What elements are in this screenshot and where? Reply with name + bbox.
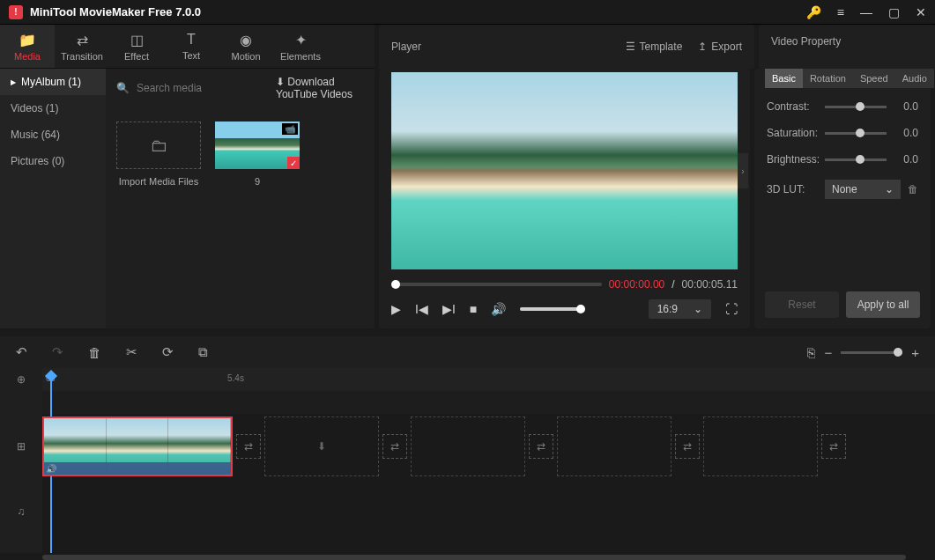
lut-select[interactable]: None⌄ — [825, 180, 901, 199]
undo-button[interactable]: ↶ — [16, 344, 27, 360]
import-label: Import Media Files — [119, 176, 198, 187]
maximize-button[interactable]: ▢ — [888, 5, 900, 19]
contrast-slider[interactable] — [825, 106, 887, 108]
sidebar-item-videos[interactable]: Videos (1) — [0, 95, 106, 122]
folder-icon: 📁 — [19, 32, 36, 48]
search-icon: 🔍 — [116, 82, 130, 94]
transition-slot[interactable]: ⇄ — [236, 434, 261, 459]
time-duration: 00:00:05.11 — [682, 278, 738, 291]
tab-motion[interactable]: ◉Motion — [219, 25, 273, 68]
delete-lut-button[interactable]: 🗑 — [908, 183, 918, 195]
empty-clip-slot[interactable] — [703, 416, 818, 476]
next-frame-button[interactable]: ▶I — [442, 302, 456, 316]
volume-icon[interactable]: 🔊 — [491, 302, 506, 316]
expand-panel-button[interactable]: › — [738, 153, 748, 188]
template-button[interactable]: ☰Template — [626, 41, 683, 53]
download-youtube-button[interactable]: ⬇ Download YouTube Videos — [276, 76, 364, 100]
text-icon: T — [187, 32, 196, 48]
transition-slot[interactable]: ⇄ — [382, 434, 407, 459]
key-icon[interactable]: 🔑 — [806, 5, 821, 19]
sidebar-item-pictures[interactable]: Pictures (0) — [0, 148, 106, 174]
stop-button[interactable]: ■ — [470, 302, 477, 316]
transition-slot[interactable]: ⇄ — [675, 434, 700, 459]
preview-area: › — [391, 72, 738, 269]
audio-track[interactable] — [42, 479, 935, 544]
empty-clip-slot[interactable] — [411, 416, 525, 476]
preview-frame — [391, 72, 738, 269]
media-thumbnail[interactable]: 📹 ✓ — [215, 122, 300, 169]
player-title: Player — [391, 41, 421, 53]
upload-icon: ↥ — [698, 41, 707, 53]
chevron-right-icon: ▶ — [11, 78, 16, 86]
zoom-in-button[interactable]: + — [911, 345, 919, 360]
props-tab-basic[interactable]: Basic — [765, 69, 803, 88]
redo-button[interactable]: ↷ — [52, 344, 63, 360]
video-clip[interactable]: 🔊 — [42, 416, 233, 476]
check-icon: ✓ — [287, 157, 300, 169]
menu-icon[interactable]: ≡ — [837, 5, 844, 19]
effect-icon: ◫ — [130, 32, 144, 48]
props-tab-speed[interactable]: Speed — [853, 69, 895, 88]
seek-slider[interactable] — [391, 283, 602, 286]
tab-elements[interactable]: ✦Elements — [273, 25, 328, 68]
export-button[interactable]: ↥Export — [698, 41, 742, 53]
empty-clip-slot[interactable] — [557, 416, 672, 476]
reset-button[interactable]: Reset — [765, 291, 839, 318]
fit-button[interactable]: ⎘ — [807, 345, 815, 360]
folder-icon: 🗀 — [150, 136, 167, 156]
saturation-value: 0.0 — [894, 127, 918, 139]
aspect-ratio-select[interactable]: 16:9⌄ — [649, 299, 711, 319]
app-logo: ! — [9, 5, 23, 19]
sidebar-item-myalbum[interactable]: ▶MyAlbum (1) — [0, 69, 106, 95]
search-input[interactable] — [137, 82, 269, 94]
timeline-ruler[interactable]: 0s 5.4s — [42, 368, 935, 391]
props-tab-rotation[interactable]: Rotation — [803, 69, 853, 88]
minimize-button[interactable]: — — [860, 5, 872, 19]
volume-slider[interactable] — [520, 307, 582, 311]
split-button[interactable]: ✂ — [126, 344, 137, 360]
transition-slot[interactable]: ⇄ — [821, 434, 846, 459]
tab-media[interactable]: 📁Media — [0, 25, 55, 68]
tab-motion-label: Motion — [231, 51, 260, 62]
import-media-button[interactable]: 🗀 — [116, 122, 201, 169]
download-icon: ⬇ — [317, 440, 326, 453]
fullscreen-button[interactable]: ⛶ — [725, 302, 738, 316]
tab-transition[interactable]: ⇄Transition — [55, 25, 109, 68]
prev-frame-button[interactable]: I◀ — [415, 302, 428, 316]
thumb-name: 9 — [255, 176, 260, 187]
video-track[interactable]: 🔊 ⇄ ⬇ ⇄ ⇄ ⇄ ⇄ — [42, 414, 935, 479]
brightness-slider[interactable] — [825, 158, 887, 161]
speed-button[interactable]: ⟳ — [162, 344, 174, 360]
zoom-slider[interactable] — [841, 351, 902, 354]
sidebar-item-music[interactable]: Music (64) — [0, 122, 106, 148]
saturation-label: Saturation: — [767, 127, 818, 139]
crop-button[interactable]: ⧉ — [198, 344, 208, 360]
layers-icon: ☰ — [626, 41, 635, 53]
tab-text-label: Text — [182, 50, 200, 61]
close-button[interactable]: ✕ — [916, 5, 926, 19]
empty-clip-slot[interactable]: ⬇ — [264, 416, 379, 476]
transition-slot[interactable]: ⇄ — [529, 434, 553, 459]
add-track-button[interactable]: ⊕ — [0, 368, 42, 391]
tab-effect[interactable]: ◫Effect — [109, 25, 164, 68]
overlay-track[interactable] — [42, 391, 935, 414]
tab-effect-label: Effect — [124, 51, 149, 62]
delete-button[interactable]: 🗑 — [88, 345, 101, 360]
saturation-slider[interactable] — [825, 132, 887, 135]
time-sep: / — [672, 278, 674, 291]
lut-label: 3D LUT: — [767, 183, 818, 195]
tab-media-label: Media — [14, 51, 41, 62]
elements-icon: ✦ — [295, 32, 307, 48]
timeline-scrollbar[interactable] — [0, 553, 935, 560]
time-current: 00:00:00.00 — [609, 278, 664, 291]
props-tab-audio[interactable]: Audio — [895, 69, 934, 88]
clip-waveform — [44, 462, 231, 475]
video-track-icon: ⊞ — [0, 414, 42, 479]
contrast-value: 0.0 — [894, 100, 918, 113]
zoom-out-button[interactable]: − — [824, 345, 832, 360]
speaker-icon: 🔊 — [46, 464, 56, 474]
download-icon: ⬇ — [276, 76, 285, 88]
play-button[interactable]: ▶ — [391, 302, 401, 316]
tab-text[interactable]: TText — [164, 25, 219, 68]
apply-all-button[interactable]: Apply to all — [846, 291, 920, 318]
